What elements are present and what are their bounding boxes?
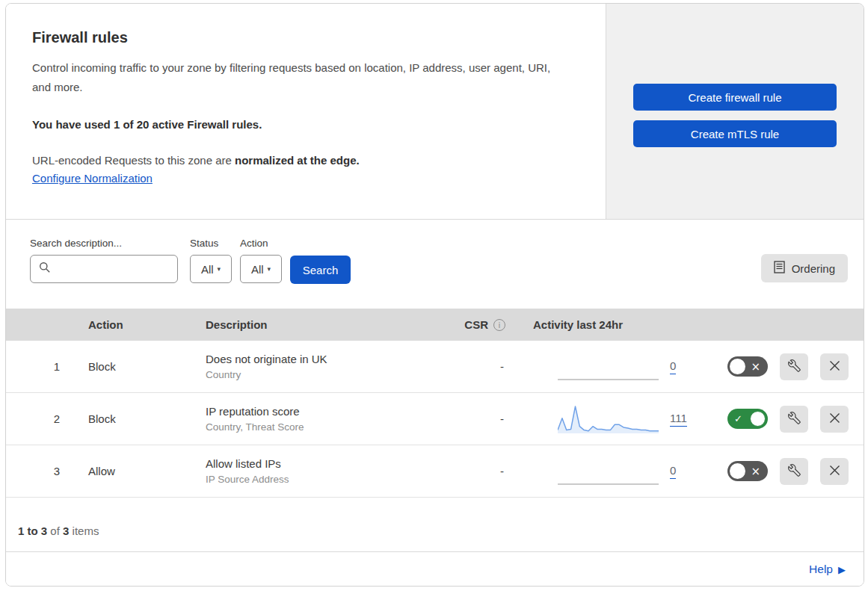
table-row: 2 Block IP reputation score Country, Thr… (6, 393, 864, 445)
rule-action: Block (73, 360, 204, 373)
toggle-knob (730, 463, 745, 479)
rule-controls: ✓ × (701, 458, 864, 485)
rule-enabled-toggle[interactable]: ✓ × (727, 461, 768, 481)
rule-action: Block (73, 412, 204, 425)
rule-controls: ✓ × (701, 406, 864, 433)
table-row: 3 Allow Allow listed IPs IP Source Addre… (6, 445, 864, 498)
rule-csr-value: - (500, 465, 514, 477)
search-button[interactable]: Search (290, 256, 351, 284)
help-link-label: Help (809, 563, 833, 576)
actions-panel: Create firewall rule Create mTLS rule (606, 4, 864, 219)
rule-controls: ✓ × (701, 353, 864, 380)
ordering-list-icon (774, 261, 785, 276)
toggle-knob (730, 359, 745, 374)
rule-activity-cell: 0 (514, 455, 701, 488)
wrench-icon (788, 412, 801, 427)
activity-sparkline (558, 403, 659, 436)
rule-description: Allow listed IPs IP Source Address (204, 457, 411, 485)
delete-rule-button[interactable] (820, 406, 849, 433)
rule-priority: 1 (54, 360, 73, 373)
rule-enabled-toggle[interactable]: ✓ × (727, 356, 768, 377)
x-icon: × (751, 359, 760, 373)
rule-csr-value: - (500, 360, 514, 373)
delete-rule-button[interactable] (820, 353, 849, 380)
rule-enabled-toggle[interactable]: ✓ × (727, 409, 768, 429)
status-dropdown[interactable]: All ▾ (190, 255, 232, 283)
rule-csr-value: - (500, 412, 514, 425)
search-field: Search description... (30, 238, 178, 283)
rule-priority: 2 (54, 412, 73, 425)
action-column-header: Action (73, 318, 204, 331)
activity-count-link[interactable]: 111 (670, 412, 687, 427)
delete-rule-button[interactable] (820, 458, 849, 485)
chevron-down-icon: ▾ (268, 265, 271, 273)
rule-activity-cell: 111 (514, 403, 701, 436)
rule-action: Allow (73, 465, 204, 477)
search-input-box[interactable] (30, 255, 178, 283)
edit-rule-button[interactable] (780, 406, 808, 433)
status-dropdown-value: All (201, 263, 214, 276)
page-description: Control incoming traffic to your zone by… (32, 58, 559, 97)
rule-activity-cell: 0 (514, 350, 701, 383)
header-section: Firewall rules Control incoming traffic … (6, 4, 864, 220)
arrow-right-icon: ▶ (838, 564, 846, 575)
ordering-button[interactable]: Ordering (761, 254, 848, 282)
chevron-down-icon: ▾ (218, 265, 221, 273)
csr-column-header: CSR i (464, 318, 514, 331)
check-icon: ✓ (734, 413, 742, 424)
search-label: Search description... (30, 238, 178, 249)
action-dropdown-value: All (251, 263, 264, 276)
action-dropdown[interactable]: All ▾ (240, 255, 282, 283)
table-header: Action Description CSR i Activity last 2… (6, 309, 864, 341)
page-title: Firewall rules (32, 29, 576, 46)
activity-sparkline (558, 350, 659, 383)
normalization-note: URL-encoded Requests to this zone are no… (32, 154, 576, 167)
usage-summary: You have used 1 of 20 active Firewall ru… (32, 118, 576, 131)
filter-bar: Search description... Status All ▾ Actio… (6, 220, 864, 309)
toggle-knob (750, 411, 766, 427)
rule-description: Does not originate in UK Country (204, 353, 411, 380)
action-label: Action (240, 238, 282, 249)
wrench-icon (788, 359, 801, 374)
activity-count-link[interactable]: 0 (670, 359, 676, 374)
activity-column-header: Activity last 24hr (514, 318, 701, 331)
status-filter-field: Status All ▾ (190, 238, 232, 283)
search-input[interactable] (56, 262, 177, 276)
ordering-button-label: Ordering (792, 262, 835, 275)
action-filter-field: Action All ▾ (240, 238, 282, 283)
help-link[interactable]: Help ▶ (809, 563, 846, 576)
wrench-icon (788, 464, 801, 479)
close-icon (829, 465, 840, 478)
info-icon[interactable]: i (493, 319, 505, 331)
rule-description: IP reputation score Country, Threat Scor… (204, 405, 411, 433)
x-icon: × (751, 464, 760, 477)
activity-count-link[interactable]: 0 (670, 464, 676, 479)
configure-normalization-link[interactable]: Configure Normalization (32, 172, 153, 185)
header-content: Firewall rules Control incoming traffic … (6, 4, 606, 219)
table-row: 1 Block Does not originate in UK Country… (6, 341, 864, 393)
help-bar: Help ▶ (6, 552, 864, 587)
close-icon (829, 360, 840, 374)
search-icon (39, 262, 51, 276)
pagination-summary: 1 to 3 of 3 items (6, 498, 864, 552)
description-column-header: Description (204, 318, 411, 331)
firewall-rules-panel: Firewall rules Control incoming traffic … (5, 3, 864, 587)
close-icon (829, 412, 840, 426)
create-firewall-rule-button[interactable]: Create firewall rule (633, 84, 837, 111)
edit-rule-button[interactable] (780, 353, 808, 380)
create-mtls-rule-button[interactable]: Create mTLS rule (633, 120, 837, 147)
rule-priority: 3 (54, 465, 73, 477)
status-label: Status (190, 238, 232, 249)
edit-rule-button[interactable] (780, 458, 808, 485)
activity-sparkline (558, 455, 659, 488)
